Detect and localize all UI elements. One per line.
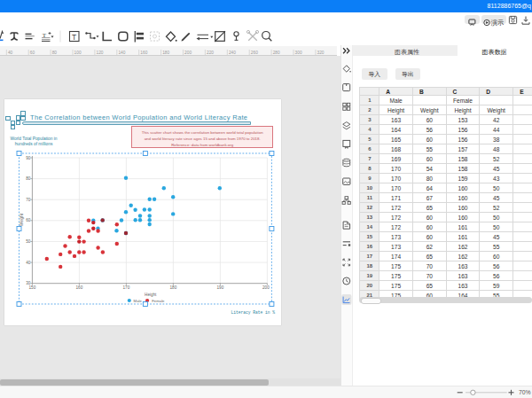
svg-text:180: 180 xyxy=(162,51,169,55)
svg-text:80: 80 xyxy=(26,176,31,181)
svg-text:190: 190 xyxy=(217,285,224,289)
svg-text:70%: 70% xyxy=(519,389,531,395)
svg-text:40: 40 xyxy=(26,260,31,264)
svg-text:170: 170 xyxy=(123,285,130,289)
svg-text:60: 60 xyxy=(30,51,35,55)
svg-text:160: 160 xyxy=(140,51,147,55)
svg-text:300: 300 xyxy=(295,51,302,55)
svg-text:280: 280 xyxy=(273,51,280,55)
svg-text:220: 220 xyxy=(207,51,214,55)
svg-text:70: 70 xyxy=(26,197,31,201)
svg-text:Weight: Weight xyxy=(20,213,24,226)
svg-text:Literacy Rate in %: Literacy Rate in % xyxy=(231,309,276,314)
svg-text:演示: 演示 xyxy=(490,19,503,27)
svg-text:320: 320 xyxy=(317,51,325,55)
svg-text:200: 200 xyxy=(262,285,270,289)
svg-text:Female: Female xyxy=(152,298,165,302)
svg-text:120: 120 xyxy=(97,51,104,55)
svg-text:160: 160 xyxy=(76,285,83,289)
svg-text:90: 90 xyxy=(26,155,31,160)
svg-text:T: T xyxy=(72,33,76,42)
svg-text:260: 260 xyxy=(251,51,258,55)
svg-text:50: 50 xyxy=(26,239,31,244)
svg-text:40: 40 xyxy=(8,51,13,55)
svg-text:200: 200 xyxy=(184,51,192,55)
svg-text:Height: Height xyxy=(145,293,157,297)
svg-text:100: 100 xyxy=(74,51,82,55)
svg-text:60: 60 xyxy=(26,218,31,222)
svg-text:240: 240 xyxy=(229,51,236,55)
svg-text:Male: Male xyxy=(134,298,143,302)
svg-text:140: 140 xyxy=(118,51,125,55)
svg-text:150: 150 xyxy=(29,285,36,289)
svg-text:80: 80 xyxy=(52,51,58,55)
svg-text:180: 180 xyxy=(170,285,177,289)
